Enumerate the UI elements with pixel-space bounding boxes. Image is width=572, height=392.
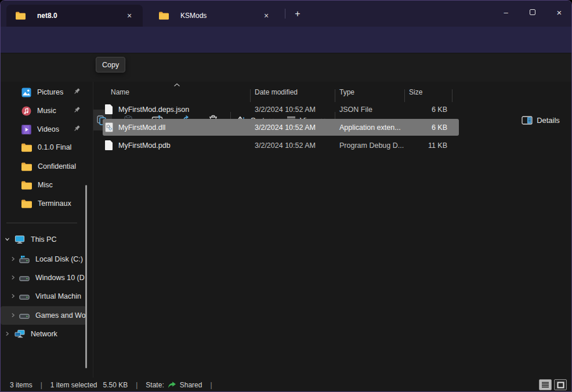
column-header-type[interactable]: Type <box>339 88 354 96</box>
sidebar-item-folder[interactable]: Misc <box>1 176 86 194</box>
shared-icon <box>168 381 176 389</box>
dll-file-icon <box>105 122 113 135</box>
status-divider: | <box>41 381 42 389</box>
pictures-icon <box>21 88 31 97</box>
folder-icon <box>21 162 32 171</box>
sidebar-item-games-drive[interactable]: Games and Wo <box>1 306 86 325</box>
pin-icon <box>73 124 81 135</box>
local-disk-icon <box>19 255 30 264</box>
selection-size: 5.50 KB <box>103 381 128 389</box>
drive-icon <box>19 274 30 282</box>
tab-close-icon[interactable]: × <box>260 9 273 22</box>
command-toolbar: New A Sort View <box>1 53 572 82</box>
status-divider: | <box>136 381 137 389</box>
sidebar-item-this-pc[interactable]: This PC <box>1 230 86 249</box>
tab-close-icon[interactable]: × <box>123 9 136 22</box>
sidebar-item-virtual-machines-drive[interactable]: Virtual Machin <box>1 287 86 306</box>
sidebar-item-local-disk-c[interactable]: Local Disk (C:) <box>1 250 86 268</box>
file-row[interactable]: MyFirstMod.deps.json 3/2/2024 10:52 AM J… <box>93 100 572 118</box>
drive-icon <box>19 292 30 301</box>
chevron-collapsed-icon[interactable] <box>6 275 19 281</box>
file-row[interactable]: MyFirstMod.pdb 3/2/2024 10:52 AM Program… <box>93 136 572 154</box>
drive-icon <box>19 311 30 320</box>
file-name: MyFirstMod.dll <box>118 124 165 132</box>
sidebar-scrollbar[interactable] <box>85 185 87 368</box>
large-icons-view-toggle[interactable] <box>554 379 567 390</box>
chevron-collapsed-icon[interactable] <box>6 256 19 263</box>
music-icon <box>21 106 31 116</box>
sidebar-item-windows10-drive[interactable]: Windows 10 (D <box>1 268 86 287</box>
list-header: Name Date modified Type Size <box>93 85 572 100</box>
chevron-expanded-icon[interactable] <box>1 237 13 243</box>
sidebar-divider <box>6 223 77 223</box>
new-tab-button[interactable]: + <box>289 6 306 21</box>
navigation-bar: ← → ↑ ··· MyFirstMod bin Debug net8.0 Co… <box>1 27 572 53</box>
file-explorer-window: net8.0 × KSMods × + – × ← → ↑ ··· MyFirs… <box>0 0 572 392</box>
title-bar: net8.0 × KSMods × + – × <box>1 1 572 27</box>
view-toggles <box>539 379 567 390</box>
folder-icon <box>21 143 32 152</box>
column-header-modified[interactable]: Date modified <box>255 88 298 96</box>
close-button[interactable]: × <box>546 1 572 24</box>
chevron-collapsed-icon[interactable] <box>1 331 13 337</box>
file-size: 6 KB <box>432 124 447 132</box>
folder-icon <box>159 12 169 20</box>
file-type: Program Debug D... <box>339 141 404 150</box>
tab-ksmods[interactable]: KSMods × <box>150 5 280 27</box>
file-icon <box>105 104 113 114</box>
sidebar-item-videos[interactable]: Videos <box>1 120 86 139</box>
file-icon <box>105 140 113 150</box>
sidebar-item-pictures[interactable]: Pictures <box>1 83 86 101</box>
file-name: MyFirstMod.deps.json <box>118 106 189 114</box>
this-pc-icon <box>15 235 25 244</box>
status-bar: 3 items | 1 item selected 5.50 KB | Stat… <box>1 378 572 392</box>
column-header-name[interactable]: Name <box>111 88 129 96</box>
pin-icon <box>73 87 81 97</box>
chevron-collapsed-icon[interactable] <box>6 313 19 319</box>
maximize-icon <box>530 9 535 15</box>
tab-label: net8.0 <box>37 12 57 20</box>
file-size: 6 KB <box>432 106 447 114</box>
file-size: 11 KB <box>428 141 447 150</box>
file-list: Name Date modified Type Size MyFirstMod.… <box>93 82 572 378</box>
tab-net8[interactable]: net8.0 × <box>6 5 143 27</box>
sidebar-item-folder[interactable]: 0.1.0 Final <box>1 138 86 157</box>
details-view-toggle[interactable] <box>539 379 552 390</box>
folder-icon <box>21 181 32 190</box>
file-modified: 3/2/2024 10:52 AM <box>255 106 316 114</box>
videos-icon <box>21 125 31 135</box>
folder-icon <box>21 199 32 208</box>
file-type: Application exten... <box>339 124 401 132</box>
pin-icon <box>73 106 81 116</box>
tab-divider <box>285 9 285 19</box>
sidebar-item-folder[interactable]: Terminaux <box>1 194 86 213</box>
minimize-button[interactable]: – <box>493 1 519 24</box>
state-value: Shared <box>180 381 202 389</box>
column-header-size[interactable]: Size <box>409 88 422 96</box>
file-row-selected[interactable]: MyFirstMod.dll 3/2/2024 10:52 AM Applica… <box>93 118 572 136</box>
sort-ascending-icon <box>173 83 180 87</box>
sidebar-item-network[interactable]: Network <box>1 325 86 343</box>
copy-tooltip: Copy <box>96 57 125 72</box>
maximize-button[interactable] <box>519 1 546 24</box>
file-modified: 3/2/2024 10:52 AM <box>255 124 316 132</box>
file-modified: 3/2/2024 10:52 AM <box>255 141 316 150</box>
tab-label: KSMods <box>180 12 207 20</box>
network-icon <box>15 329 25 339</box>
file-type: JSON File <box>339 106 372 114</box>
folder-icon <box>16 12 26 20</box>
state-label: State: <box>146 381 164 389</box>
sidebar-item-folder[interactable]: Confidential <box>1 157 86 176</box>
file-name: MyFirstMod.pdb <box>118 141 171 150</box>
selection-count: 1 item selected <box>50 381 97 389</box>
status-divider: | <box>210 381 212 389</box>
items-count: 3 items <box>10 381 32 389</box>
sidebar-item-music[interactable]: Music <box>1 101 86 120</box>
chevron-collapsed-icon[interactable] <box>6 293 19 300</box>
